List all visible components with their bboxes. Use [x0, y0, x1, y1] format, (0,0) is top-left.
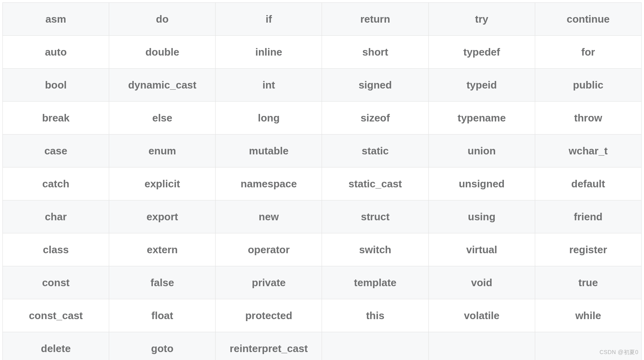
cell: class [3, 233, 109, 266]
cell: catch [3, 167, 109, 200]
cell: volatile [428, 299, 535, 332]
cell: wchar_t [535, 135, 641, 167]
table-row: bool dynamic_cast int signed typeid publ… [3, 69, 642, 102]
cell: union [428, 135, 535, 167]
cell: if [216, 3, 322, 36]
cell: namespace [216, 167, 322, 200]
cell: long [216, 102, 322, 135]
table-row: const_cast float protected this volatile… [3, 299, 642, 332]
cell: sizeof [322, 102, 428, 135]
table-row: break else long sizeof typename throw [3, 102, 642, 135]
cell: for [535, 36, 641, 69]
cell: char [3, 200, 109, 233]
cell: const [3, 266, 109, 299]
cell: unsigned [428, 167, 535, 200]
table-row: const false private template void true [3, 266, 642, 299]
cell: enum [109, 135, 216, 167]
cell: operator [216, 233, 322, 266]
cell: continue [535, 3, 641, 36]
cell: struct [322, 200, 428, 233]
cell: break [3, 102, 109, 135]
cell: protected [216, 299, 322, 332]
cell: short [322, 36, 428, 69]
cell [428, 332, 535, 360]
cell: do [109, 3, 216, 36]
cell: friend [535, 200, 641, 233]
cell: delete [3, 332, 109, 360]
cell: throw [535, 102, 641, 135]
cell: reinterpret_cast [216, 332, 322, 360]
cell: const_cast [3, 299, 109, 332]
cell: explicit [109, 167, 216, 200]
cell: auto [3, 36, 109, 69]
table-row: delete goto reinterpret_cast [3, 332, 642, 360]
cell: while [535, 299, 641, 332]
cell: private [216, 266, 322, 299]
cell: goto [109, 332, 216, 360]
cell: extern [109, 233, 216, 266]
cell: export [109, 200, 216, 233]
cell: static [322, 135, 428, 167]
cell: float [109, 299, 216, 332]
table-row: asm do if return try continue [3, 3, 642, 36]
cell: using [428, 200, 535, 233]
cell: void [428, 266, 535, 299]
table-row: case enum mutable static union wchar_t [3, 135, 642, 167]
cell: asm [3, 3, 109, 36]
cell: public [535, 69, 641, 102]
keyword-table-container: asm do if return try continue auto doubl… [0, 0, 644, 360]
table-row: catch explicit namespace static_cast uns… [3, 167, 642, 200]
cell: typename [428, 102, 535, 135]
cell: register [535, 233, 641, 266]
cell: template [322, 266, 428, 299]
cell: typeid [428, 69, 535, 102]
table-row: auto double inline short typedef for [3, 36, 642, 69]
keyword-table: asm do if return try continue auto doubl… [2, 2, 642, 360]
cell [535, 332, 641, 360]
cell: case [3, 135, 109, 167]
cell: false [109, 266, 216, 299]
cell: int [216, 69, 322, 102]
cell: default [535, 167, 641, 200]
cell: virtual [428, 233, 535, 266]
cell: switch [322, 233, 428, 266]
cell: try [428, 3, 535, 36]
cell: return [322, 3, 428, 36]
cell: new [216, 200, 322, 233]
cell: signed [322, 69, 428, 102]
cell: else [109, 102, 216, 135]
cell [322, 332, 428, 360]
cell: inline [216, 36, 322, 69]
cell: static_cast [322, 167, 428, 200]
cell: double [109, 36, 216, 69]
cell: bool [3, 69, 109, 102]
cell: typedef [428, 36, 535, 69]
cell: true [535, 266, 641, 299]
table-row: char export new struct using friend [3, 200, 642, 233]
table-row: class extern operator switch virtual reg… [3, 233, 642, 266]
cell: mutable [216, 135, 322, 167]
cell: dynamic_cast [109, 69, 216, 102]
cell: this [322, 299, 428, 332]
